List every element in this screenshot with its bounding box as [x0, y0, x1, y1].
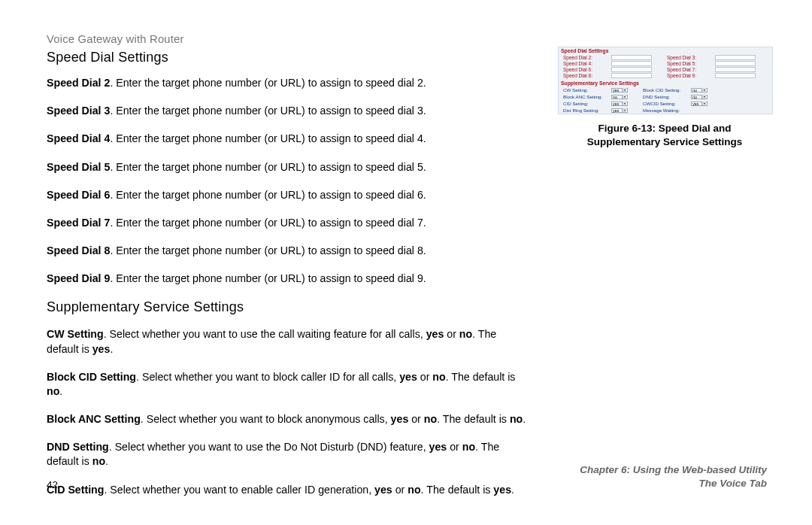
figure-caption: Figure 6-13: Speed Dial and Supplementar…	[558, 122, 771, 149]
bold-text: Block CID Setting	[47, 371, 136, 383]
figure-header-1: Speed Dial Settings	[559, 47, 772, 54]
figure-field-label: Speed Dial 7:	[652, 67, 715, 72]
figure-area: Speed Dial Settings Speed Dial 2:Speed D…	[558, 47, 771, 149]
figure-text-input[interactable]	[611, 73, 652, 78]
bold-text: no	[459, 328, 472, 340]
speed-dial-label: Speed Dial 4	[47, 132, 110, 144]
chevron-down-icon: ▾	[701, 95, 706, 99]
page-footer: 42 Chapter 6: Using the Web-based Utilit…	[47, 463, 767, 490]
bold-text: no	[432, 371, 445, 383]
figure-field-label: Speed Dial 8:	[559, 73, 611, 78]
body-text: . Select whether you want to use the Do …	[109, 441, 429, 453]
figure-text-input[interactable]	[611, 55, 652, 60]
figure-select[interactable]: no▾	[691, 88, 707, 93]
speed-dial-text: . Enter the target phone number (or URL)…	[110, 105, 426, 117]
figure-text-input[interactable]	[715, 73, 756, 78]
speed-dial-text: . Enter the target phone number (or URL)…	[110, 132, 426, 144]
supp-paragraph: CW Setting. Select whether you want to u…	[47, 327, 528, 356]
figure-speed-row: Speed Dial 6:Speed Dial 7:	[559, 66, 772, 72]
speed-dial-text: . Enter the target phone number (or URL)…	[110, 272, 426, 284]
chevron-down-icon: ▾	[622, 108, 626, 112]
speed-dial-paragraph: Speed Dial 7. Enter the target phone num…	[47, 216, 528, 230]
manual-page: Voice Gateway with Router Speed Dial Set…	[0, 0, 812, 525]
figure-field-label: Speed Dial 3:	[652, 55, 715, 60]
bold-text: CW Setting	[47, 328, 104, 340]
speed-dial-label: Speed Dial 8	[47, 244, 110, 256]
chevron-down-icon: ▾	[701, 88, 706, 92]
figure-field-label: Dist Ring Setting:	[559, 108, 611, 113]
figure-select[interactable]: no▾	[691, 95, 707, 99]
body-text: .	[59, 385, 62, 397]
figure-select-value: no	[692, 88, 697, 93]
speed-dial-paragraph: Speed Dial 5. Enter the target phone num…	[47, 160, 528, 174]
figure-text-input[interactable]	[611, 67, 652, 72]
figure-field-label: Block CID Setting:	[628, 87, 691, 93]
chevron-down-icon: ▾	[622, 95, 626, 99]
speed-dial-label: Speed Dial 7	[47, 217, 110, 229]
bold-text: no	[510, 413, 523, 425]
body-text: . Select whether you want to block anony…	[141, 413, 391, 425]
figure-text-input[interactable]	[715, 55, 756, 60]
bold-text: yes	[391, 413, 409, 425]
body-text: .	[110, 343, 113, 355]
supp-paragraph: Block CID Setting. Select whether you wa…	[47, 370, 528, 399]
figure-select[interactable]: no▾	[611, 95, 628, 99]
figure-select[interactable]: yes▾	[611, 88, 628, 93]
speed-dial-paragraph: Speed Dial 9. Enter the target phone num…	[47, 272, 528, 286]
body-text: .	[523, 413, 526, 425]
body-text: . Select whether you want to block calle…	[136, 371, 399, 383]
bold-text: no	[462, 441, 475, 453]
figure-field-label: Speed Dial 5:	[652, 61, 715, 66]
speed-dial-label: Speed Dial 9	[47, 272, 110, 284]
speed-dial-paragraph: Speed Dial 6. Enter the target phone num…	[47, 188, 528, 202]
body-text: . Select whether you want to use the cal…	[104, 328, 426, 340]
chevron-down-icon: ▾	[622, 88, 626, 92]
figure-field-label: Speed Dial 6:	[559, 67, 611, 72]
speed-dial-label: Speed Dial 5	[47, 161, 110, 173]
heading-supplementary: Supplementary Service Settings	[47, 299, 528, 315]
figure-supp-row: CW Setting:yes▾Block CID Setting:no▾	[559, 86, 772, 93]
speed-dial-text: . Enter the target phone number (or URL)…	[110, 217, 426, 229]
figure-field-label: Speed Dial 9:	[652, 73, 715, 78]
figure-supp-row: CID Setting:yes▾CWCID Setting:yes▾	[559, 100, 772, 107]
figure-select[interactable]: yes▾	[691, 102, 707, 106]
figure-text-input[interactable]	[715, 67, 756, 72]
figure-speed-row: Speed Dial 8:Speed Dial 9:	[559, 72, 772, 78]
speed-dial-paragraph: Speed Dial 4. Enter the target phone num…	[47, 132, 528, 146]
bold-text: no	[424, 413, 437, 425]
figure-field-label: CWCID Setting:	[628, 101, 691, 106]
speed-dial-label: Speed Dial 2	[47, 77, 110, 89]
product-line: Voice Gateway with Router	[47, 33, 767, 45]
figure-field-label: CID Setting:	[559, 101, 611, 106]
figure-caption-line2: Supplementary Service Settings	[587, 136, 742, 147]
figure-field-label: Speed Dial 4:	[559, 61, 611, 66]
figure-select[interactable]: yes▾	[611, 108, 628, 113]
speed-dial-paragraph: Speed Dial 8. Enter the target phone num…	[47, 244, 528, 258]
figure-field-label: Speed Dial 2:	[559, 55, 611, 60]
bold-text: no	[47, 385, 59, 397]
speed-dial-label: Speed Dial 6	[47, 189, 110, 201]
bold-text: yes	[429, 441, 447, 453]
figure-field-label: Message Waiting:	[628, 108, 691, 113]
footer-subsection: The Voice Tab	[580, 477, 767, 490]
speed-dial-paragraph: Speed Dial 3. Enter the target phone num…	[47, 104, 528, 118]
figure-field-label: CW Setting:	[559, 87, 611, 93]
bold-text: yes	[399, 371, 417, 383]
chevron-down-icon: ▾	[622, 102, 626, 105]
figure-select-value: yes	[613, 108, 620, 113]
body-text: or	[408, 413, 424, 425]
figure-text-input[interactable]	[611, 61, 652, 66]
chevron-down-icon: ▾	[701, 102, 706, 105]
figure-supp-row: Block ANC Setting:no▾DND Setting:no▾	[559, 93, 772, 100]
page-number: 42	[47, 479, 58, 490]
speed-dial-text: . Enter the target phone number (or URL)…	[110, 77, 426, 89]
body-text: or	[447, 441, 462, 453]
bold-text: DND Setting	[47, 441, 109, 453]
figure-select-value: yes	[613, 102, 620, 106]
speed-dial-text: . Enter the target phone number (or URL)…	[110, 189, 426, 201]
figure-select-value: no	[613, 95, 617, 99]
figure-select[interactable]: yes▾	[611, 102, 628, 106]
speed-dial-text: . Enter the target phone number (or URL)…	[110, 244, 426, 256]
body-text: . The default is	[437, 413, 510, 425]
figure-text-input[interactable]	[715, 61, 756, 66]
